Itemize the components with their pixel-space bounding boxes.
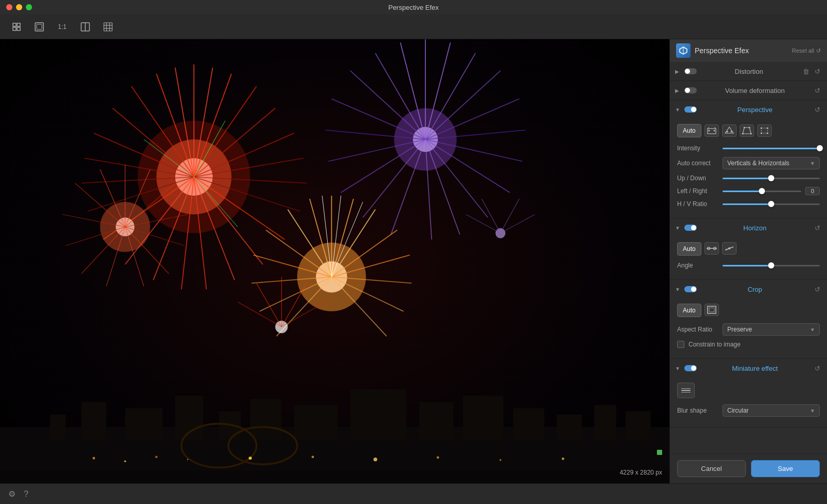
volume-name: Volume deformation xyxy=(700,87,810,94)
aspect-ratio-select[interactable]: Preserve ▼ xyxy=(723,323,820,336)
left-right-row: Left / Right 0 xyxy=(677,187,820,195)
svg-point-172 xyxy=(728,247,730,249)
svg-rect-0 xyxy=(13,23,16,26)
volume-toggle[interactable] xyxy=(684,87,697,93)
distortion-toggle[interactable] xyxy=(684,68,697,74)
perspective-mode-2point[interactable] xyxy=(705,124,719,137)
section-horizon-header[interactable]: ▼ Horizon ↺ xyxy=(670,218,827,237)
zoom-1to1-button[interactable]: 1:1 xyxy=(54,19,71,35)
horizon-content: Auto xyxy=(670,237,827,279)
left-right-slider[interactable] xyxy=(723,191,801,192)
svg-point-156 xyxy=(748,127,750,129)
svg-rect-27 xyxy=(594,405,616,439)
section-perspective-header[interactable]: ▼ Perspective ↺ xyxy=(670,100,827,119)
save-button[interactable]: Save xyxy=(751,460,820,477)
perspective-mode-free[interactable] xyxy=(757,124,772,137)
section-volume-deformation: ▶ Volume deformation ↺ xyxy=(670,81,827,100)
section-crop-header[interactable]: ▼ Crop ↺ xyxy=(670,280,827,298)
svg-rect-20 xyxy=(250,399,282,439)
miniature-chevron: ▼ xyxy=(675,366,681,371)
crop-mode-btns: Auto xyxy=(677,304,820,317)
titlebar: Perspective Efex xyxy=(0,0,827,14)
horizon-name: Horizon xyxy=(700,224,810,232)
svg-point-152 xyxy=(726,131,728,133)
blur-shape-select[interactable]: Circular ▼ xyxy=(723,404,820,417)
svg-point-157 xyxy=(750,133,752,135)
help-icon[interactable]: ? xyxy=(24,490,28,499)
crop-auto-btn[interactable]: Auto xyxy=(677,304,701,317)
volume-chevron: ▶ xyxy=(675,88,681,93)
cancel-button[interactable]: Cancel xyxy=(677,460,746,477)
crop-reset[interactable]: ↺ xyxy=(813,285,822,294)
minimize-button[interactable] xyxy=(16,4,22,10)
svg-point-41 xyxy=(437,456,439,459)
section-miniature-header[interactable]: ▼ Miniature effect ↺ xyxy=(670,359,827,377)
svg-point-150 xyxy=(713,130,715,132)
panel-logo xyxy=(676,43,691,58)
aspect-ratio-row: Aspect Ratio Preserve ▼ xyxy=(677,323,820,336)
section-distortion-header[interactable]: ▶ Distortion 🗑 ↺ xyxy=(670,62,827,81)
close-button[interactable] xyxy=(6,4,12,10)
svg-rect-24 xyxy=(463,396,504,439)
constrain-label: Constrain to image xyxy=(688,341,741,348)
svg-point-39 xyxy=(312,455,314,458)
crop-chevron: ▼ xyxy=(675,287,681,292)
zoom-image-button[interactable] xyxy=(31,19,48,35)
perspective-toggle[interactable] xyxy=(684,106,697,113)
right-panel: Perspective Efex Reset all ↺ ▶ Distortio… xyxy=(669,39,827,483)
panel-footer: Cancel Save xyxy=(670,453,827,483)
constrain-checkbox[interactable] xyxy=(677,341,684,348)
volume-actions: ↺ xyxy=(813,86,822,96)
miniature-mode-1[interactable] xyxy=(677,383,695,398)
canvas-area[interactable]: 4229 x 2820 px xyxy=(0,39,669,483)
section-volume-header[interactable]: ▶ Volume deformation ↺ xyxy=(670,81,827,100)
settings-icon[interactable]: ⚙ xyxy=(8,489,16,499)
horizon-mode-angle[interactable] xyxy=(722,242,737,255)
perspective-mode-4point[interactable] xyxy=(740,124,754,137)
hv-ratio-slider[interactable] xyxy=(723,203,820,205)
angle-slider[interactable] xyxy=(723,265,820,266)
svg-rect-23 xyxy=(419,402,454,439)
main-area: 4229 x 2820 px Perspective Efex Reset al… xyxy=(0,39,827,483)
perspective-auto-btn[interactable]: Auto xyxy=(677,124,701,137)
miniature-toggle[interactable] xyxy=(684,365,697,371)
grid-button[interactable] xyxy=(100,19,116,35)
autocorrect-row: Auto correct Verticals & Horizontals ▼ xyxy=(677,157,820,169)
compare-button[interactable] xyxy=(77,19,94,35)
left-right-value[interactable]: 0 xyxy=(805,187,820,195)
svg-rect-2 xyxy=(13,27,16,30)
volume-reset[interactable]: ↺ xyxy=(813,86,822,96)
autocorrect-value: Verticals & Horizontals xyxy=(727,160,789,167)
fit-view-button[interactable] xyxy=(8,19,25,35)
maximize-button[interactable] xyxy=(26,4,32,10)
svg-point-36 xyxy=(155,455,158,458)
perspective-name: Perspective xyxy=(700,106,810,114)
hv-ratio-label: H / V Ratio xyxy=(677,200,718,208)
up-down-slider[interactable] xyxy=(723,178,820,179)
perspective-actions: ↺ xyxy=(813,105,822,115)
miniature-name: Miniature effect xyxy=(700,365,810,372)
intensity-slider[interactable] xyxy=(723,148,820,149)
miniature-actions: ↺ xyxy=(813,364,822,373)
svg-rect-26 xyxy=(557,415,581,439)
reset-all-button[interactable]: Reset all ↺ xyxy=(792,48,821,54)
crop-toggle[interactable] xyxy=(684,286,697,292)
miniature-reset[interactable]: ↺ xyxy=(813,364,822,373)
perspective-reset[interactable]: ↺ xyxy=(813,105,822,115)
svg-point-153 xyxy=(730,131,732,133)
distortion-trash[interactable]: 🗑 xyxy=(801,67,811,76)
distortion-reset[interactable]: ↺ xyxy=(813,67,822,76)
horizon-reset[interactable]: ↺ xyxy=(813,223,822,233)
blur-shape-value: Circular xyxy=(727,407,748,414)
crop-mode-manual[interactable] xyxy=(705,304,719,316)
horizon-auto-btn[interactable]: Auto xyxy=(677,242,701,256)
perspective-mode-btns: Auto xyxy=(677,124,820,137)
aspect-ratio-label: Aspect Ratio xyxy=(677,326,718,333)
autocorrect-select[interactable]: Verticals & Horizontals ▼ xyxy=(723,157,820,169)
perspective-mode-3point[interactable] xyxy=(722,124,737,137)
horizon-toggle[interactable] xyxy=(684,225,697,231)
blur-shape-label: Blur shape xyxy=(677,407,718,414)
crop-content: Auto Aspect Ratio Preserve xyxy=(670,298,827,358)
left-right-label: Left / Right xyxy=(677,187,718,195)
horizon-mode-line[interactable] xyxy=(705,242,719,255)
